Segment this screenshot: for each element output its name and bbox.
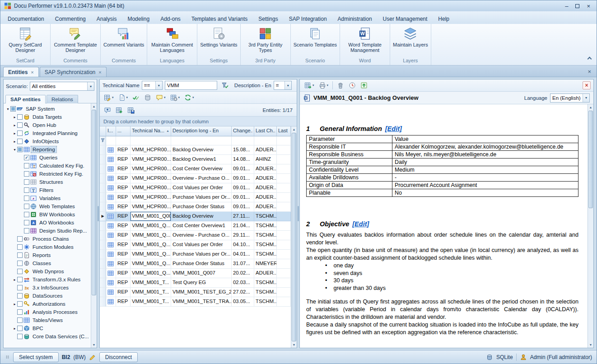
tree-checkbox[interactable]: ✓ xyxy=(24,155,29,160)
tree-item-transform-3-x-rules[interactable]: ▸Transform./3.x Rules xyxy=(4,275,91,284)
tree-item-3-x-infosources[interactable]: 3x3.x InfoSources xyxy=(4,284,91,292)
expand-arrow-icon[interactable]: ▸ xyxy=(12,278,17,282)
maximize-button[interactable] xyxy=(575,3,579,9)
tree-item-function-modules[interactable]: Function Modules xyxy=(4,243,91,251)
tree-checkbox[interactable] xyxy=(24,196,29,201)
tree-checkbox[interactable] xyxy=(17,122,23,128)
document-tab-entities[interactable]: Entities× xyxy=(3,67,39,77)
tree-item-ao-workbooks[interactable]: AAO Workbooks xyxy=(4,219,91,227)
filter-cell[interactable] xyxy=(171,136,232,145)
ribbon-button-scenario-templates[interactable]: Scenario Templates xyxy=(292,25,339,47)
tree-item-reports[interactable]: Reports xyxy=(4,251,91,259)
export-button[interactable]: ▾ xyxy=(303,80,316,90)
column-header-last[interactable]: Last ... xyxy=(277,126,291,136)
tree-item-calculated-key-fig[interactable]: ΣCalculated Key Fig. xyxy=(4,162,91,170)
tree-item-classes[interactable]: Classes xyxy=(4,259,91,267)
menu-add-ons[interactable]: Add-ons xyxy=(155,13,186,24)
language-select[interactable]: En (English) ▾ xyxy=(550,93,590,103)
grid-row-vmm-m001-q-13[interactable]: REPVMM_M001_Q...VMM_M001_Q00720.02...ADU… xyxy=(100,269,291,278)
expand-arrow-icon[interactable]: ▸ xyxy=(12,327,17,331)
edit-link[interactable]: [Edit] xyxy=(352,220,369,228)
menu-modeling[interactable]: Modeling xyxy=(122,13,155,24)
tree-checkbox[interactable] xyxy=(17,326,23,331)
column-header-last-ch[interactable]: Last Ch... xyxy=(254,126,277,136)
tree-checkbox[interactable] xyxy=(24,204,29,209)
history-button[interactable] xyxy=(347,80,358,90)
menu-administration[interactable]: Administration xyxy=(332,13,378,24)
tree-item-process-chains[interactable]: Process Chains xyxy=(4,235,91,243)
scroll-thumb[interactable] xyxy=(292,133,296,341)
menu-commenting[interactable]: Commenting xyxy=(50,13,91,24)
menu-templates-and-vari-ants[interactable]: Templates and Vari­ants xyxy=(186,13,253,24)
scroll-up-icon[interactable]: ▲ xyxy=(91,103,97,109)
grid-row-vmm-hcpr00-2[interactable]: REPVMM_HCPR00...Cost Center Overview09.0… xyxy=(100,164,291,174)
grid-row-vmm-hcpr00-3[interactable]: REPVMM_HCPR00...Overview - Purchase O...… xyxy=(100,174,291,183)
expand-arrow-icon[interactable]: ▸ xyxy=(12,140,17,144)
tree-item-integrated-planning[interactable]: ▸Integrated Planning xyxy=(4,129,91,137)
tree-checkbox[interactable] xyxy=(17,147,23,152)
filter-cell[interactable] xyxy=(131,136,171,145)
tree-item-web-dynpros[interactable]: Web Dynpros xyxy=(4,267,91,275)
tree-checkbox[interactable] xyxy=(17,293,23,299)
ribbon-button-settings-variants[interactable]: Settings Variants xyxy=(198,25,239,47)
ribbon-button-comment-template-designer[interactable]: Comment Template Designer xyxy=(51,25,99,53)
grid-row-vmm-m001-q-9[interactable]: REPVMM_M001_Q...Overview - Purchase O...… xyxy=(100,231,291,240)
print-button[interactable]: ▾ xyxy=(317,80,331,90)
close-icon[interactable]: × xyxy=(98,70,101,75)
comment-preview-button[interactable] xyxy=(102,105,113,115)
tree-checkbox[interactable] xyxy=(24,212,29,217)
scroll-up-icon[interactable]: ▲ xyxy=(291,126,297,132)
scenario-select[interactable]: All entities ▾ xyxy=(30,82,94,91)
table-save-button[interactable] xyxy=(126,105,136,115)
column-header-technical-na[interactable]: Technical Na...▲ xyxy=(131,126,171,136)
tree-checkbox[interactable] xyxy=(24,220,29,225)
table-add-button[interactable] xyxy=(114,105,125,115)
tree-item-analysis-processes[interactable]: Analysis Processes xyxy=(4,308,91,316)
expand-arrow-icon[interactable]: ▾ xyxy=(12,148,17,152)
tree-checkbox[interactable] xyxy=(17,252,23,258)
menu-user-management[interactable]: User Management xyxy=(378,13,433,24)
tree-item-restricted-key-fig[interactable]: Restricted Key Fig. xyxy=(4,170,91,178)
tree-checkbox[interactable] xyxy=(17,309,23,315)
tab-relations[interactable]: Relations xyxy=(47,95,78,103)
tree-item-filters[interactable]: Filters xyxy=(4,186,91,194)
menu-help[interactable]: Help xyxy=(433,13,455,24)
tree-item-bw-workbooks[interactable]: BW Workbooks xyxy=(4,210,91,219)
tree-item-sap-system[interactable]: ▾SAPSAP System xyxy=(4,105,91,113)
group-by-panel[interactable]: Drag a column header to group by that co… xyxy=(100,117,297,126)
tree-checkbox[interactable] xyxy=(17,317,23,323)
select-system-button[interactable]: Select system xyxy=(13,352,59,362)
close-button[interactable]: × xyxy=(587,3,590,9)
table-settings-button[interactable]: ▾ xyxy=(168,93,182,103)
filter-cell[interactable] xyxy=(254,136,277,145)
edit-system-icon[interactable] xyxy=(89,354,96,361)
close-preview-button[interactable]: × xyxy=(583,81,591,89)
grid-filter-row[interactable] xyxy=(100,136,291,145)
menu-analysis[interactable]: Analysis xyxy=(91,13,122,24)
left-splitter[interactable] xyxy=(97,79,99,348)
tree-checkbox[interactable] xyxy=(17,261,23,266)
menu-documentation[interactable]: Documentation xyxy=(2,13,50,24)
tree-item-tables-views[interactable]: Tables/Views xyxy=(4,316,91,324)
tree-item-authorizations[interactable]: ▸Authorizations xyxy=(4,300,91,308)
tree-checkbox[interactable] xyxy=(17,244,23,250)
filter-cell[interactable] xyxy=(277,136,291,145)
collapse-ribbon-button[interactable] xyxy=(588,54,591,62)
preview-scrollbar[interactable]: ▲ ▼ xyxy=(588,104,593,348)
grid-row-vmm-m001-q-8[interactable]: REPVMM_M001_Q...Cost Center Overview121.… xyxy=(100,221,291,231)
column-header-item[interactable]: ... xyxy=(116,126,131,136)
comment-button[interactable]: ▾ xyxy=(154,93,168,103)
filter-cell[interactable] xyxy=(106,136,116,145)
ribbon-button-word-template-management[interactable]: WWord Template Management xyxy=(341,25,389,53)
minimize-button[interactable]: – xyxy=(565,3,568,9)
expand-arrow-icon[interactable]: ▸ xyxy=(12,131,17,135)
tree-checkbox[interactable] xyxy=(24,187,29,193)
ribbon-button-comment-variants[interactable]: Comment Variants xyxy=(102,25,146,47)
grid-scrollbar[interactable]: ▲ ▼ xyxy=(291,126,297,348)
tree-checkbox[interactable] xyxy=(17,301,23,307)
edit-link[interactable]: [Edit] xyxy=(385,125,402,132)
grid-row-vmm-hcpr00-1[interactable]: REPVMM_HCPR00...Backlog Overview114.08..… xyxy=(100,155,291,164)
grid-row-vmm-hcpr00-0[interactable]: REPVMM_HCPR00...Backlog Overview15.08...… xyxy=(100,145,291,155)
tree-scrollbar[interactable]: ▲ ▼ xyxy=(91,103,97,348)
tree-checkbox[interactable] xyxy=(24,228,29,233)
